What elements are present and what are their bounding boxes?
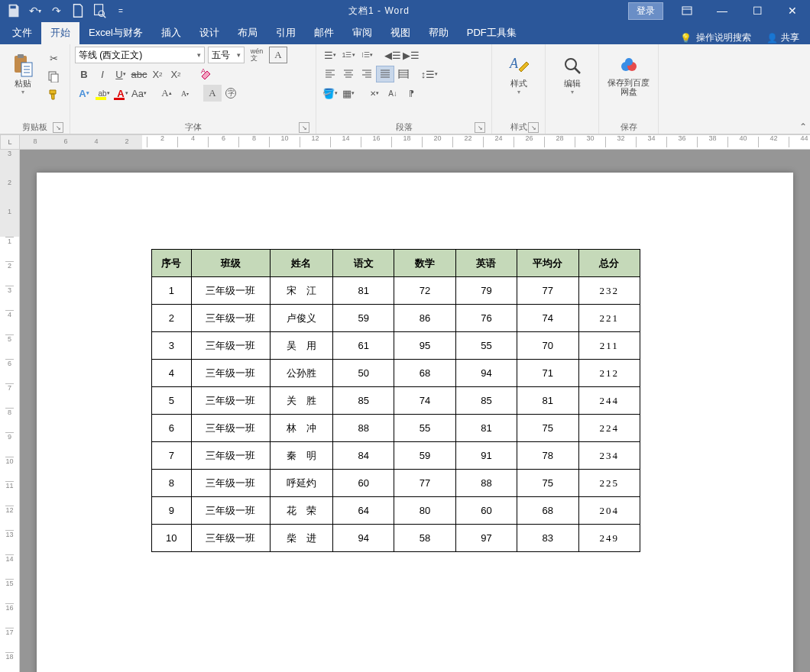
- svg-point-19: [625, 58, 633, 66]
- ruler-corner[interactable]: L: [0, 134, 20, 150]
- ribbon-tabs: 文件 开始 Excel与财务 插入 设计 布局 引用 邮件 审阅 视图 帮助 P…: [0, 21, 810, 44]
- tab-home[interactable]: 开始: [41, 22, 79, 44]
- tab-help[interactable]: 帮助: [420, 22, 458, 44]
- page[interactable]: 序号班级姓名语文数学英语平均分总分 1三年级一班宋 江817279772322三…: [37, 173, 793, 672]
- share-button[interactable]: 👤 共享: [759, 31, 807, 44]
- font-dialog-launcher[interactable]: ↘: [299, 122, 309, 133]
- styles-button[interactable]: A 样式 ▾: [501, 47, 537, 102]
- table-row[interactable]: 8三年级一班呼延灼60778875225: [152, 470, 640, 497]
- shading-button[interactable]: 🪣▾: [321, 85, 339, 102]
- subscript-button[interactable]: X2: [148, 66, 167, 82]
- horizontal-ruler[interactable]: 8642 24681012141618202224262830323436384…: [20, 134, 810, 150]
- table-row[interactable]: 6三年级一班林 冲88558175224: [152, 415, 640, 442]
- clear-formatting-button[interactable]: A: [197, 66, 215, 82]
- styles-dialog-launcher[interactable]: ↘: [528, 122, 539, 133]
- multilevel-list-button[interactable]: ⁝☰▾: [358, 47, 376, 63]
- grow-font-button[interactable]: A▴: [157, 85, 176, 102]
- paste-button[interactable]: 粘贴 ▾: [5, 47, 41, 102]
- format-painter-button[interactable]: [44, 86, 63, 103]
- table-row[interactable]: 7三年级一班秦 明84599178234: [152, 442, 640, 470]
- tab-references[interactable]: 引用: [267, 22, 305, 44]
- text-effects-button[interactable]: A ▾: [75, 85, 93, 102]
- char-shading-button[interactable]: A: [203, 85, 222, 102]
- qat-new-button[interactable]: [69, 2, 87, 20]
- qat-undo-button[interactable]: ↶ ▾: [26, 2, 44, 20]
- vertical-ruler[interactable]: 321 123456789101112131415161718192021: [0, 150, 20, 672]
- table-row[interactable]: 2三年级一班卢俊义59867674221: [152, 305, 640, 332]
- strikethrough-button[interactable]: abc: [130, 66, 148, 82]
- table-row[interactable]: 10三年级一班柴 进94589783249: [152, 525, 640, 552]
- italic-button[interactable]: I: [93, 66, 112, 82]
- increase-indent-button[interactable]: ▶☰: [402, 47, 420, 63]
- tell-me-search[interactable]: 💡 操作说明搜索: [672, 31, 759, 44]
- score-table[interactable]: 序号班级姓名语文数学英语平均分总分 1三年级一班宋 江817279772322三…: [151, 249, 640, 552]
- tab-insert[interactable]: 插入: [152, 22, 190, 44]
- borders-button[interactable]: ▦▾: [339, 85, 358, 102]
- cut-button[interactable]: ✂: [44, 50, 63, 66]
- line-spacing-button[interactable]: ↕☰▾: [420, 66, 439, 82]
- tab-mailings[interactable]: 邮件: [305, 22, 343, 44]
- bold-button[interactable]: B: [75, 66, 93, 82]
- tab-file[interactable]: 文件: [3, 22, 41, 44]
- qat-save-button[interactable]: [5, 2, 23, 20]
- align-center-button[interactable]: [339, 66, 358, 82]
- underline-button[interactable]: U ▾: [112, 66, 130, 82]
- editing-button[interactable]: 编辑 ▾: [554, 47, 591, 102]
- document-area[interactable]: 序号班级姓名语文数学英语平均分总分 1三年级一班宋 江817279772322三…: [20, 150, 810, 672]
- asian-layout-icon: ✕: [370, 89, 376, 98]
- distributed-button[interactable]: [394, 66, 413, 82]
- table-header-cell: 语文: [333, 250, 394, 277]
- font-name-combo[interactable]: 等线 (西文正文): [75, 47, 205, 63]
- qat-redo-button[interactable]: ↷: [47, 2, 66, 20]
- clipboard-label: 剪贴板: [22, 121, 47, 133]
- align-justify-button[interactable]: [376, 66, 394, 82]
- group-styles: A 样式 ▾ 样式↘: [492, 44, 546, 134]
- login-button[interactable]: 登录: [628, 2, 663, 20]
- tab-excel-finance[interactable]: Excel与财务: [79, 22, 152, 44]
- table-row[interactable]: 9三年级一班花 荣64806068204: [152, 497, 640, 525]
- clipboard-dialog-launcher[interactable]: ↘: [53, 122, 63, 133]
- table-row[interactable]: 4三年级一班公孙胜50689471212: [152, 360, 640, 387]
- align-left-button[interactable]: [321, 66, 339, 82]
- superscript-button[interactable]: X2: [167, 66, 185, 82]
- numbering-button[interactable]: 1☰▾: [339, 47, 358, 63]
- ribbon-display-icon: [682, 5, 692, 16]
- phonetic-guide-button[interactable]: wén文: [248, 47, 266, 63]
- tab-review[interactable]: 审阅: [343, 22, 381, 44]
- highlight-button[interactable]: ab▾: [93, 85, 112, 102]
- maximize-button[interactable]: ☐: [740, 0, 775, 21]
- table-header-cell: 英语: [455, 250, 517, 277]
- save-cloud-button[interactable]: 保存到百度网盘: [604, 47, 653, 102]
- tab-pdf[interactable]: PDF工具集: [458, 22, 526, 44]
- minimize-button[interactable]: —: [705, 0, 740, 21]
- table-row[interactable]: 1三年级一班宋 江81727977232: [152, 277, 640, 305]
- asian-layout-button[interactable]: ✕▾: [365, 85, 384, 102]
- tab-design[interactable]: 设计: [190, 22, 228, 44]
- font-size-combo[interactable]: 五号: [208, 47, 245, 63]
- window-right: 登录 — ☐ ✕: [628, 0, 810, 21]
- collapse-ribbon-button[interactable]: ⌃: [799, 121, 807, 132]
- close-button[interactable]: ✕: [775, 0, 810, 21]
- ribbon-display-button[interactable]: [669, 0, 705, 21]
- enclose-char-button[interactable]: 字: [222, 85, 240, 102]
- table-row[interactable]: 3三年级一班吴 用61955570211: [152, 332, 640, 360]
- tab-view[interactable]: 视图: [381, 22, 420, 44]
- bullets-button[interactable]: ☰▾: [321, 47, 339, 63]
- decrease-indent-button[interactable]: ◀☰: [384, 47, 402, 63]
- sort-button[interactable]: A↓: [384, 85, 402, 102]
- paragraph-dialog-launcher[interactable]: ↘: [475, 122, 485, 133]
- table-header-cell: 平均分: [517, 250, 578, 277]
- table-row[interactable]: 5三年级一班关 胜85748581244: [152, 387, 640, 415]
- font-color-button[interactable]: A▾: [112, 85, 130, 102]
- font-group-label: 字体: [185, 121, 202, 133]
- show-marks-button[interactable]: ⁋: [402, 85, 420, 102]
- shrink-font-button[interactable]: A▾: [176, 85, 194, 102]
- align-right-button[interactable]: [358, 66, 376, 82]
- char-border-button[interactable]: A: [269, 47, 287, 63]
- qat-preview-button[interactable]: [90, 2, 109, 20]
- copy-button[interactable]: [44, 68, 63, 85]
- table-header-row: 序号班级姓名语文数学英语平均分总分: [152, 250, 640, 277]
- change-case-button[interactable]: Aa ▾: [130, 85, 148, 102]
- qat-customize-button[interactable]: =: [112, 2, 130, 20]
- tab-layout[interactable]: 布局: [228, 22, 267, 44]
